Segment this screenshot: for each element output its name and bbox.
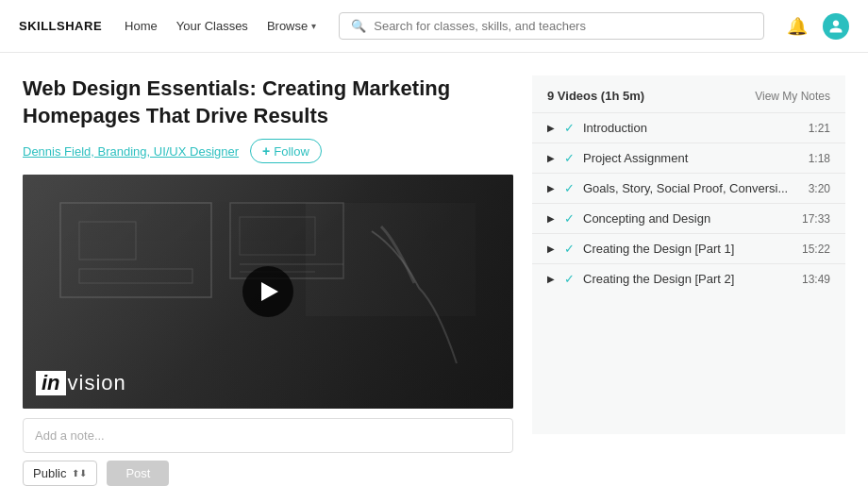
visibility-chevron-icon: ⬆⬇ [72, 468, 87, 478]
check-icon: ✓ [564, 121, 577, 135]
item-duration: 3:20 [809, 182, 830, 195]
item-duration: 1:21 [809, 122, 830, 135]
note-footer: Public ⬆⬇ Post [23, 461, 513, 486]
visibility-select[interactable]: Public ⬆⬇ [23, 461, 97, 486]
nav-home[interactable]: Home [125, 19, 158, 33]
item-title: Creating the Design [Part 2] [583, 272, 796, 286]
follow-plus-icon: + [262, 143, 270, 159]
nav-browse[interactable]: Browse ▾ [267, 19, 316, 33]
playlist-header: 9 Videos (1h 5m) View My Notes [532, 75, 845, 112]
play-arrow-icon: ▶ [547, 213, 559, 224]
play-button[interactable] [242, 266, 293, 317]
site-logo: SKILLSHARE [19, 19, 102, 33]
playlist-item[interactable]: ▶ ✓ Creating the Design [Part 1] 15:22 [532, 233, 845, 263]
item-title: Goals, Story, Social Proof, Conversi... [583, 181, 803, 195]
playlist-item[interactable]: ▶ ✓ Concepting and Design 17:33 [532, 203, 845, 233]
check-icon: ✓ [564, 151, 577, 165]
item-title: Introduction [583, 121, 803, 135]
right-panel: 9 Videos (1h 5m) View My Notes ▶ ✓ Intro… [532, 75, 845, 434]
item-title: Creating the Design [Part 1] [583, 242, 796, 256]
item-duration: 13:49 [802, 273, 830, 286]
course-meta: Dennis Field, Branding, UI/UX Designer +… [23, 139, 513, 163]
play-arrow-icon: ▶ [547, 243, 559, 254]
inv-box: in [36, 371, 66, 395]
search-input[interactable] [374, 19, 752, 33]
item-duration: 17:33 [802, 212, 830, 226]
navbar: SKILLSHARE Home Your Classes Browse ▾ 🔍 … [0, 0, 868, 53]
main-content: Web Design Essentials: Creating Marketin… [0, 53, 868, 503]
play-triangle-icon [261, 282, 278, 301]
browse-chevron-icon: ▾ [311, 21, 316, 31]
inv-vision-text: vision [66, 371, 126, 395]
play-arrow-icon: ▶ [547, 153, 559, 163]
playlist-item[interactable]: ▶ ✓ Introduction 1:21 [532, 112, 845, 143]
left-panel: Web Design Essentials: Creating Marketin… [23, 75, 513, 503]
post-button[interactable]: Post [107, 461, 169, 486]
item-title: Project Assignment [583, 151, 803, 165]
view-my-notes-link[interactable]: View My Notes [755, 90, 830, 103]
playlist-items: ▶ ✓ Introduction 1:21 ▶ ✓ Project Assign… [532, 112, 845, 434]
item-duration: 15:22 [802, 243, 830, 256]
item-duration: 1:18 [809, 152, 830, 165]
playlist-count: 9 Videos (1h 5m) [547, 89, 644, 103]
teacher-name[interactable]: Dennis Field, Branding, UI/UX Designer [23, 144, 239, 159]
nav-links: Home Your Classes Browse ▾ [125, 19, 316, 33]
note-input[interactable]: Add a note... [23, 418, 513, 453]
playlist-item[interactable]: ▶ ✓ Creating the Design [Part 2] 13:49 [532, 263, 845, 293]
course-title: Web Design Essentials: Creating Marketin… [23, 75, 513, 129]
nav-icons: 🔔 [787, 13, 849, 40]
notifications-bell-icon[interactable]: 🔔 [787, 16, 808, 37]
play-arrow-icon: ▶ [547, 123, 559, 133]
check-icon: ✓ [564, 272, 577, 286]
item-title: Concepting and Design [583, 211, 796, 226]
invision-logo: in vision [36, 371, 126, 395]
user-avatar[interactable] [823, 13, 849, 40]
check-icon: ✓ [564, 181, 577, 195]
check-icon: ✓ [564, 242, 577, 256]
playlist-item[interactable]: ▶ ✓ Project Assignment 1:18 [532, 143, 845, 173]
play-arrow-icon: ▶ [547, 183, 559, 193]
search-icon: 🔍 [351, 19, 366, 33]
video-player[interactable]: in vision [23, 175, 513, 409]
search-bar[interactable]: 🔍 [339, 12, 764, 40]
play-arrow-icon: ▶ [547, 274, 559, 284]
nav-your-classes[interactable]: Your Classes [176, 19, 248, 33]
check-icon: ✓ [564, 211, 577, 226]
playlist-item[interactable]: ▶ ✓ Goals, Story, Social Proof, Conversi… [532, 173, 845, 203]
follow-button[interactable]: + Follow [250, 139, 322, 163]
